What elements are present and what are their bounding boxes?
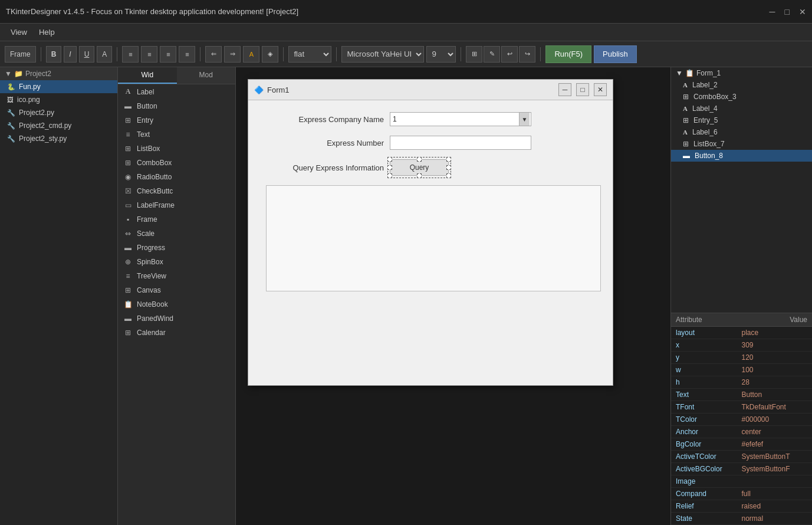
attr-text[interactable]: Text Button xyxy=(671,389,812,401)
attr-relief[interactable]: Relief raised xyxy=(671,500,812,513)
font-color-icon[interactable]: A xyxy=(243,46,259,63)
widget-labelframe[interactable]: ▭ LabelFrame xyxy=(118,198,235,212)
attr-tfont[interactable]: TFont TkDefaultFont xyxy=(671,401,812,414)
fontsize-select[interactable]: 9 xyxy=(426,46,456,63)
run-button[interactable]: Run(F5) xyxy=(545,45,591,63)
widget-calendar[interactable]: ⊞ Calendar xyxy=(118,326,235,340)
widget-label[interactable]: A Label xyxy=(118,84,235,99)
combobox-arrow-icon[interactable]: ▼ xyxy=(519,113,530,126)
frame-button[interactable]: Frame xyxy=(5,46,36,63)
align-justify-icon[interactable]: ≡ xyxy=(179,46,195,63)
company-combobox[interactable]: 1 ▼ xyxy=(390,112,531,126)
indent-left-icon[interactable]: ⇐ xyxy=(205,46,222,63)
widget-radiobutton[interactable]: ◉ RadioButto xyxy=(118,170,235,184)
canvas-area[interactable]: 🔷 Form1 ─ □ ✕ Express Company Name 1 ▼ xyxy=(236,67,670,525)
form-body[interactable]: Express Company Name 1 ▼ Express Number … xyxy=(248,100,613,383)
form-close-button[interactable]: ✕ xyxy=(594,83,607,96)
tree-listbox7[interactable]: ⊞ ListBox_7 xyxy=(671,138,812,150)
highlight-icon[interactable]: ◈ xyxy=(262,46,278,63)
handle-tm[interactable] xyxy=(417,157,422,162)
progress-widget-icon: ▬ xyxy=(123,244,133,252)
grid-icon[interactable]: ⊞ xyxy=(466,46,482,63)
indent-right-icon[interactable]: ⇒ xyxy=(224,46,241,63)
widget-combobox[interactable]: ⊞ ComboBox xyxy=(118,156,235,170)
attr-x[interactable]: x 309 xyxy=(671,339,812,352)
attr-bgcolor[interactable]: BgColor #efefef xyxy=(671,438,812,451)
menu-help[interactable]: Help xyxy=(33,27,61,38)
attr-tcolor[interactable]: TColor #000000 xyxy=(671,414,812,426)
widget-scale[interactable]: ⇔ Scale xyxy=(118,227,235,241)
widget-frame[interactable]: ▪ Frame xyxy=(118,212,235,227)
tree-button8[interactable]: ▬ Button_8 xyxy=(671,150,812,162)
handle-bl[interactable] xyxy=(387,173,392,178)
attr-state[interactable]: State normal xyxy=(671,513,812,525)
attr-anchor[interactable]: Anchor center xyxy=(671,426,812,438)
redo-icon[interactable]: ↪ xyxy=(519,46,535,63)
widget-notebook[interactable]: 📋 NoteBook xyxy=(118,297,235,311)
handle-bm[interactable] xyxy=(417,173,422,178)
align-right-icon[interactable]: ≡ xyxy=(160,46,176,63)
widget-text[interactable]: ≡ Text xyxy=(118,127,235,142)
attr-h[interactable]: h 28 xyxy=(671,376,812,389)
tree-entry5[interactable]: ⊞ Entry_5 xyxy=(671,114,812,126)
file-item-ico[interactable]: 🖼 ico.png xyxy=(0,93,117,106)
publish-button[interactable]: Publish xyxy=(594,45,637,63)
tree-form1[interactable]: ▼ 📋 Form_1 xyxy=(671,67,812,79)
button-widget-icon: ▬ xyxy=(123,102,133,110)
undo-icon[interactable]: ↩ xyxy=(501,46,518,63)
menu-view[interactable]: View xyxy=(5,27,33,38)
attr-activetcolor[interactable]: ActiveTColor SystemButtonT xyxy=(671,451,812,463)
widget-panedwindow[interactable]: ▬ PanedWind xyxy=(118,311,235,326)
widget-progress[interactable]: ▬ Progress xyxy=(118,241,235,255)
font-a-button[interactable]: A xyxy=(97,46,112,63)
widget-treeview[interactable]: ≡ TreeView xyxy=(118,269,235,283)
form-textbox[interactable] xyxy=(266,185,601,291)
font-select[interactable]: Microsoft YaHei UI xyxy=(341,46,424,63)
underline-button[interactable]: U xyxy=(79,46,95,63)
widget-entry[interactable]: ⊞ Entry xyxy=(118,113,235,127)
maximize-button[interactable]: □ xyxy=(785,7,790,17)
handle-br[interactable] xyxy=(446,173,451,178)
widget-listbox[interactable]: ⊞ ListBox xyxy=(118,142,235,156)
edit-icon[interactable]: ✎ xyxy=(484,46,500,63)
tab-mod[interactable]: Mod xyxy=(177,67,236,84)
relief-select[interactable]: flat raised sunken groove ridge xyxy=(288,46,331,63)
file-item-project2sty[interactable]: 🔧 Project2_sty.py xyxy=(0,132,117,145)
bold-button[interactable]: B xyxy=(46,46,62,63)
sep5 xyxy=(336,47,337,61)
file-item-project2cmd[interactable]: 🔧 Project2_cmd.py xyxy=(0,119,117,132)
widget-button[interactable]: ▬ Button xyxy=(118,99,235,113)
tree-label6[interactable]: A Label_6 xyxy=(671,126,812,138)
attr-activebgcolor[interactable]: ActiveBGColor SystemButtonF xyxy=(671,463,812,475)
attr-layout[interactable]: layout place xyxy=(671,327,812,339)
number-entry[interactable] xyxy=(390,136,531,150)
attr-w[interactable]: w 100 xyxy=(671,364,812,376)
handle-ml[interactable] xyxy=(387,165,392,170)
minimize-button[interactable]: ─ xyxy=(770,7,775,17)
attr-image[interactable]: Image xyxy=(671,475,812,488)
widget-checkbutton[interactable]: ☒ CheckButtc xyxy=(118,184,235,198)
attr-compand[interactable]: Compand full xyxy=(671,488,812,500)
handle-tr[interactable] xyxy=(446,157,451,162)
attr-relief-value: raised xyxy=(742,502,808,510)
tree-label2[interactable]: A Label_2 xyxy=(671,79,812,91)
handle-mr[interactable] xyxy=(446,165,451,170)
file-item-project2py[interactable]: 🔧 Project2.py xyxy=(0,106,117,119)
widget-radio-text: RadioButto xyxy=(137,173,172,181)
handle-tl[interactable] xyxy=(387,157,392,162)
file-item-funpy[interactable]: 🐍 Fun.py xyxy=(0,80,117,93)
tree-combobox3-label: ComboBox_3 xyxy=(693,93,737,101)
tree-label4[interactable]: A Label_4 xyxy=(671,103,812,114)
tab-wid[interactable]: Wid xyxy=(118,67,177,84)
attr-y[interactable]: y 120 xyxy=(671,352,812,364)
form-minimize-button[interactable]: ─ xyxy=(558,83,571,96)
close-button[interactable]: ✕ xyxy=(799,7,806,17)
widget-spinbox[interactable]: ⊕ SpinBox xyxy=(118,255,235,269)
widget-spinbox-text: SpinBox xyxy=(137,258,163,266)
align-center-icon[interactable]: ≡ xyxy=(141,46,157,63)
tree-combobox3[interactable]: ⊞ ComboBox_3 xyxy=(671,91,812,103)
form-maximize-button[interactable]: □ xyxy=(576,83,589,96)
italic-button[interactable]: I xyxy=(64,46,76,63)
align-left-icon[interactable]: ≡ xyxy=(122,46,139,63)
widget-canvas[interactable]: ⊞ Canvas xyxy=(118,283,235,297)
